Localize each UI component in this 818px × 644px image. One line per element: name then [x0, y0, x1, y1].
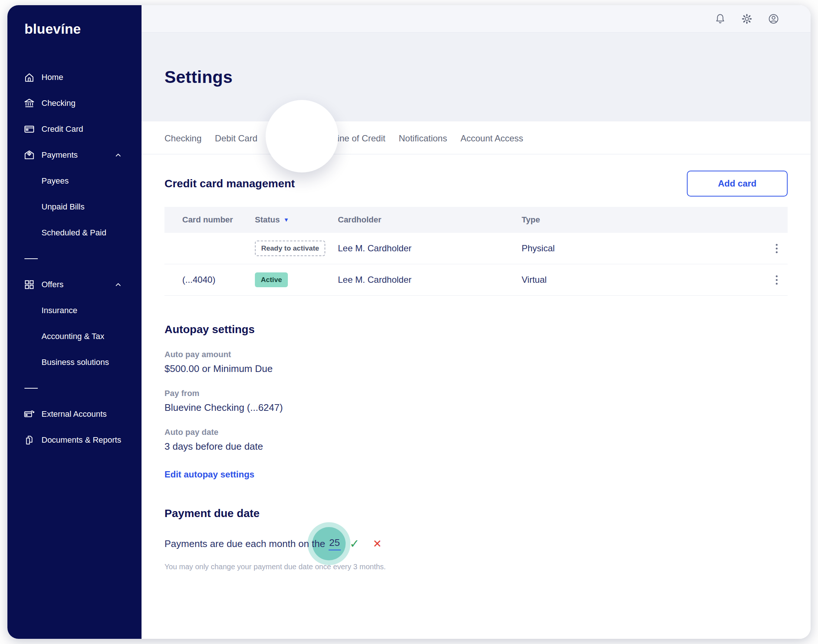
sidebar-item-label: Business solutions [42, 357, 109, 367]
header-band: Settings [141, 32, 810, 121]
credit-card-settings-content: Credit card management Add card Card num… [141, 154, 810, 593]
status-badge-ready-to-activate: Ready to activate [255, 241, 325, 256]
check-icon[interactable]: ✓ [350, 537, 360, 551]
sidebar-item-insurance[interactable]: Insurance [8, 297, 141, 324]
payments-envelope-icon: $ [24, 150, 35, 161]
sidebar-item-label: External Accounts [42, 409, 107, 419]
payment-due-row: Payments are due each month on the 25 ✓ … [165, 537, 787, 551]
app-window: bluevíne Home Checking Credit Card [8, 5, 810, 639]
card-management-header: Credit card management Add card [165, 171, 787, 196]
autopay-amount-field: Auto pay amount $500.00 or Minimum Due [165, 350, 787, 374]
autopay-settings-section: Autopay settings Auto pay amount $500.00… [165, 323, 787, 480]
tab-line-of-credit[interactable]: Line of Credit [332, 121, 385, 154]
field-value: $500.00 or Minimum Due [165, 363, 787, 374]
cards-table-header: Card number Status▼ Cardholder Type [165, 207, 787, 233]
sidebar-item-label: Documents & Reports [42, 435, 121, 445]
sidebar-item-scheduled-paid[interactable]: Scheduled & Paid [8, 220, 141, 246]
column-status-sortable[interactable]: Status▼ [255, 215, 338, 225]
autopay-pay-from-field: Pay from Bluevine Checking (...6247) [165, 389, 787, 413]
sidebar-item-label: Payees [42, 176, 69, 186]
add-card-button[interactable]: Add card [687, 171, 787, 196]
sidebar-item-unpaid-bills[interactable]: Unpaid Bills [8, 194, 141, 220]
svg-text:$: $ [29, 152, 30, 155]
sidebar-item-label: Credit Card [42, 124, 83, 134]
external-accounts-icon [24, 409, 35, 420]
autopay-date-field: Auto pay date 3 days before due date [165, 428, 787, 452]
tab-account-access[interactable]: Account Access [460, 121, 523, 154]
offers-grid-icon [24, 279, 35, 290]
sidebar-item-documents-reports[interactable]: Documents & Reports [8, 427, 141, 453]
settings-tabs: Checking Debit Card Credit Card Line of … [141, 121, 810, 154]
cell-type: Physical [521, 243, 766, 253]
documents-icon [24, 434, 35, 446]
close-icon[interactable]: ✕ [373, 537, 381, 550]
sidebar-item-checking[interactable]: Checking [8, 90, 141, 116]
bluevine-logo: bluevíne [8, 21, 141, 37]
due-day-value[interactable]: 25 [329, 537, 341, 550]
column-card-number: Card number [182, 215, 255, 225]
tab-checking[interactable]: Checking [165, 121, 201, 154]
chevron-up-icon[interactable] [114, 281, 122, 289]
due-date-note: You may only change your payment due dat… [165, 563, 787, 571]
field-label: Auto pay date [165, 428, 787, 437]
sidebar-item-credit-card[interactable]: Credit Card [8, 116, 141, 142]
credit-card-icon [24, 124, 35, 135]
sidebar-item-external-accounts[interactable]: External Accounts [8, 401, 141, 427]
sidebar-item-label: Checking [42, 98, 75, 108]
gear-icon[interactable] [741, 13, 753, 25]
home-icon [24, 72, 35, 83]
sidebar-divider [25, 388, 38, 389]
row-kebab-menu-icon[interactable] [766, 242, 787, 255]
cell-cardholder: Lee M. Cardholder [338, 274, 521, 285]
row-kebab-menu-icon[interactable] [766, 273, 787, 287]
profile-icon[interactable] [767, 13, 780, 25]
section-title-payment-due-date: Payment due date [165, 507, 787, 520]
main-area: Settings Checking Debit Card Credit Card… [141, 5, 810, 639]
tab-notifications[interactable]: Notifications [399, 121, 447, 154]
field-label: Pay from [165, 389, 787, 398]
edit-autopay-settings-link[interactable]: Edit autopay settings [165, 469, 255, 480]
field-value: Bluevine Checking (...6247) [165, 402, 787, 413]
bell-icon[interactable] [714, 13, 726, 25]
due-sentence: Payments are due each month on the [165, 538, 325, 550]
topbar [141, 5, 810, 32]
sidebar-item-label: Unpaid Bills [42, 202, 85, 212]
field-label: Auto pay amount [165, 350, 787, 359]
sidebar-item-offers[interactable]: Offers [8, 272, 141, 297]
sidebar-divider [25, 258, 38, 259]
status-badge-active: Active [255, 272, 288, 287]
section-title-autopay: Autopay settings [165, 323, 787, 336]
column-type: Type [521, 215, 766, 225]
cell-cardholder: Lee M. Cardholder [338, 243, 521, 253]
table-row-virtual-card: (...4040) Active Lee M. Cardholder Virtu… [165, 264, 787, 296]
payment-due-date-section: Payment due date Payments are due each m… [165, 507, 787, 571]
cell-card-number: (...4040) [182, 274, 255, 285]
sidebar-item-label: Accounting & Tax [42, 332, 105, 341]
sidebar-item-business-solutions[interactable]: Business solutions [8, 350, 141, 375]
cards-table: Card number Status▼ Cardholder Type Read… [165, 207, 787, 296]
sidebar-nav: Home Checking Credit Card $ Payments [8, 64, 141, 453]
column-cardholder: Cardholder [338, 215, 521, 225]
sidebar-item-home[interactable]: Home [8, 64, 141, 90]
field-value: 3 days before due date [165, 441, 787, 452]
tab-debit-card[interactable]: Debit Card [215, 121, 257, 154]
bank-icon [24, 98, 35, 109]
cell-type: Virtual [521, 274, 766, 285]
sidebar: bluevíne Home Checking Credit Card [8, 5, 141, 639]
sidebar-item-label: Scheduled & Paid [42, 228, 106, 238]
page-title: Settings [165, 67, 233, 87]
sidebar-item-label: Home [42, 72, 63, 82]
table-row-physical-card: Ready to activate Lee M. Cardholder Phys… [165, 233, 787, 264]
tutorial-spotlight-circle [266, 100, 338, 172]
sort-desc-icon: ▼ [283, 216, 289, 223]
sidebar-item-label: Insurance [42, 306, 77, 315]
sidebar-item-label: Offers [42, 280, 64, 290]
section-title-card-management: Credit card management [165, 177, 295, 190]
sidebar-item-payees[interactable]: Payees [8, 168, 141, 194]
content-header: Settings Checking Debit Card Credit Card… [141, 32, 810, 154]
sidebar-item-accounting-tax[interactable]: Accounting & Tax [8, 324, 141, 350]
sidebar-item-payments[interactable]: $ Payments [8, 142, 141, 168]
chevron-up-icon[interactable] [114, 151, 122, 159]
sidebar-item-label: Payments [42, 150, 78, 160]
